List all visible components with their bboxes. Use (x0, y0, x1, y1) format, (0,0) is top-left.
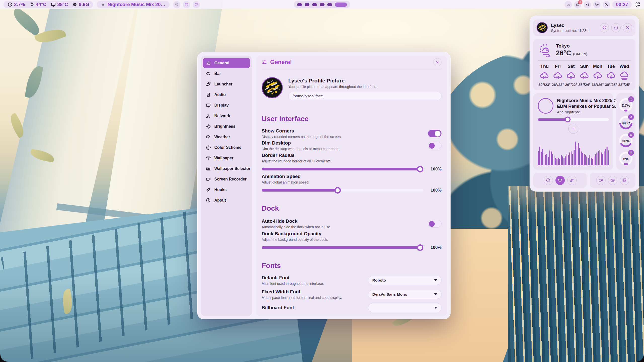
pause-icon (101, 3, 105, 7)
sidebar-item-label: Display (214, 103, 229, 108)
stop-record-button[interactable] (608, 176, 617, 185)
sidebar-item-brightness[interactable]: Brightness (203, 121, 250, 131)
volume-button[interactable] (584, 1, 591, 8)
sidebar-item-launcher[interactable]: Launcher (203, 79, 250, 89)
system-stats-pill[interactable]: 2.7%44°C38°C9.6G (4, 1, 93, 8)
heart-button[interactable] (183, 1, 190, 8)
audio-icon (206, 92, 211, 97)
tray-app-icon[interactable]: uc (565, 1, 572, 8)
sidebar-item-screen-recorder[interactable]: Screen Recorder (203, 174, 250, 184)
power-icon (614, 25, 618, 30)
screen-record-button[interactable] (596, 176, 606, 185)
scales-icon (558, 178, 562, 183)
slider-thumb[interactable] (565, 117, 571, 122)
stat-value: 38°C (57, 2, 68, 7)
slider-thumb[interactable] (417, 166, 423, 172)
billboard-font-dropdown[interactable] (368, 303, 441, 312)
workspace-dot[interactable] (327, 3, 332, 6)
forecast-day-tue: Tue30°/25° (604, 64, 618, 87)
visualizer-bar (594, 156, 595, 165)
visualizer-bar (549, 150, 550, 165)
sidebar-item-network[interactable]: Network (203, 111, 250, 121)
flame-icon (29, 2, 34, 7)
sidebar-item-color-scheme[interactable]: Color Scheme (203, 143, 250, 153)
workspace-active[interactable] (335, 3, 347, 7)
night-light-button[interactable] (603, 1, 610, 8)
media-pill[interactable]: Nightcore Music Mix 20… (97, 1, 169, 8)
visualizer-bar (575, 142, 576, 165)
workspace-dot[interactable] (305, 3, 309, 6)
settings-button[interactable] (600, 23, 609, 32)
panel-close-button[interactable] (623, 23, 632, 32)
chip-icon (628, 132, 634, 138)
sidebar-item-label: General (214, 61, 229, 65)
stat-speedometer: 2.7% (8, 2, 25, 7)
sidebar-item-about[interactable]: About (203, 195, 250, 205)
play-pause-button[interactable] (568, 124, 578, 134)
media-title-line2: EDM Remixes of Popular S… (557, 104, 609, 109)
slider-thumb[interactable] (334, 187, 341, 194)
heart-button[interactable] (193, 1, 200, 8)
forecast-day-sun: Sun35°/24° (578, 64, 591, 87)
weather-temperature: 26°C (556, 49, 571, 57)
app-launcher-button[interactable] (634, 1, 641, 8)
heart-icon (194, 3, 198, 7)
visualizer-bar (565, 156, 566, 165)
sidebar-item-general[interactable]: General (203, 58, 250, 68)
sidebar-item-label: Color Scheme (214, 145, 242, 150)
skull-button[interactable] (173, 1, 180, 8)
system-panel: Lysec System uptime: 1h23m Tokyo 26°C (G… (530, 16, 639, 192)
sidebar-item-audio[interactable]: Audio (203, 90, 250, 100)
sidebar-item-hooks[interactable]: Hooks (203, 185, 250, 195)
dim-desktop-toggle[interactable] (428, 142, 441, 149)
weather-city: Tokyo (556, 43, 587, 49)
workspace-dot[interactable] (312, 3, 317, 6)
workspace-dot[interactable] (297, 3, 302, 6)
visualizer-bar (541, 152, 542, 165)
screenshot-button[interactable] (620, 176, 629, 185)
sliders-icon (262, 59, 267, 65)
workspace-dot[interactable] (320, 3, 325, 6)
profile-balanced-button[interactable] (555, 176, 565, 185)
forecast-temps: 36°/26° (592, 83, 604, 87)
animation-speed-slider[interactable] (262, 189, 423, 192)
visualizer-bar (569, 152, 570, 165)
visualizer-bar (558, 158, 559, 165)
close-button[interactable] (433, 58, 441, 66)
user-name: Lysec (551, 23, 589, 28)
default-font-dropdown[interactable]: Roboto (368, 276, 441, 285)
gauge-value: 2.7% (619, 103, 633, 107)
sidebar-item-label: Screen Recorder (214, 177, 247, 182)
visualizer-bar (564, 158, 565, 165)
setting-row-border-radius: Border Radius Adjust the rounded border … (262, 153, 441, 172)
flame-icon (628, 114, 634, 120)
sidebar-item-wallpaper-selector[interactable]: Wallpaper Selector (203, 164, 250, 174)
notifications-button[interactable]: 8 (574, 1, 581, 8)
profile-power-saver-button[interactable] (567, 176, 577, 185)
sidebar-item-bar[interactable]: Bar (203, 69, 250, 79)
dock-opacity-slider[interactable] (262, 246, 423, 249)
clock[interactable]: 00:27 (612, 1, 632, 8)
brightness-button[interactable] (593, 1, 600, 8)
border-radius-slider[interactable] (262, 168, 423, 170)
palette-icon (206, 145, 211, 150)
profile-path-input[interactable] (288, 92, 441, 100)
auto-hide-dock-toggle[interactable] (428, 220, 441, 228)
show-corners-toggle[interactable] (428, 130, 441, 137)
profile-performance-button[interactable] (544, 176, 553, 185)
visualizer-bar (568, 155, 569, 165)
slider-thumb[interactable] (417, 244, 423, 251)
setting-description: Monospace font used for terminal and cod… (262, 296, 342, 300)
forecast-day-label: Sat (568, 64, 575, 69)
sidebar-item-display[interactable]: Display (203, 100, 250, 110)
media-progress-slider[interactable] (538, 118, 609, 121)
sidebar-item-label: Hooks (214, 188, 227, 192)
profile-section: Lysec's Profile Picture Your profile pic… (262, 77, 441, 100)
fixed-width-font-dropdown[interactable]: DejaVu Sans Mono (368, 290, 441, 299)
sidebar-item-label: Audio (214, 93, 226, 97)
sidebar-item-weather[interactable]: Weather (203, 132, 250, 142)
chevron-down-icon (434, 307, 437, 309)
sidebar-item-wallpaper[interactable]: Wallpaper (203, 153, 250, 163)
forecast-day-label: Tue (607, 64, 615, 69)
power-button[interactable] (611, 23, 621, 32)
